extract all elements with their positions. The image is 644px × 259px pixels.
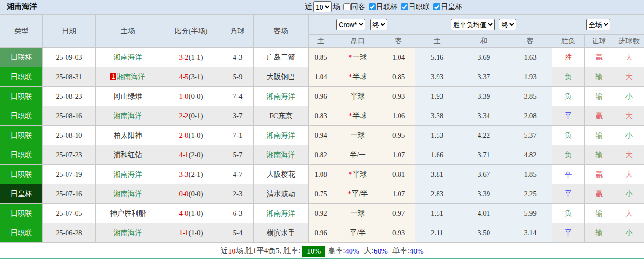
- team-name: 湘南海洋: [267, 92, 295, 100]
- corner-cell: 3-7: [222, 106, 254, 126]
- handicap-rate-value: 40%: [345, 247, 359, 256]
- avg-home-cell: 1.66: [415, 145, 459, 165]
- result-wdl-cell: 胜: [552, 48, 585, 67]
- subcol-result-wdl: 胜负: [552, 35, 585, 48]
- result-wdl-cell: 平: [552, 223, 585, 243]
- match-history-widget: 湘南海洋 近 10 场 同客 日联杯 日职联 日皇杯: [0, 0, 644, 259]
- away-team-cell: 清水鼓动: [254, 184, 309, 204]
- result-wdl-cell: 负: [552, 67, 585, 87]
- half-time-score: (1-0): [189, 209, 203, 217]
- full-time-score: 1-0: [179, 92, 189, 100]
- bookmaker-select[interactable]: Crow*: [336, 19, 365, 30]
- match-date: 25-06-28: [43, 223, 96, 243]
- match-date: 25-07-23: [43, 145, 96, 165]
- table-row: 日职联25-06-28湘南海洋1-1(1-0)5-4横滨水手0.96平/半0.9…: [0, 223, 644, 243]
- team-name: 横滨水手: [267, 229, 295, 237]
- avg-home-cell: 5.16: [415, 48, 459, 67]
- result-goals-cell: 大: [614, 204, 644, 223]
- filter-checkbox-jleague-cup[interactable]: [369, 3, 376, 10]
- home-team-cell: 柏太阳神: [96, 126, 160, 145]
- avg-draw-cell: 3.37: [459, 67, 508, 87]
- corner-cell: 5-7: [222, 145, 254, 165]
- col-header-date: 日期: [43, 15, 96, 48]
- result-handicap-cell: 输: [585, 67, 614, 87]
- result-handicap-cell: 赢: [585, 106, 614, 126]
- avg-draw-cell: 3.34: [459, 106, 508, 126]
- avg-away-cell: 5.37: [508, 126, 552, 145]
- avg-away-cell: 3.14: [508, 223, 552, 243]
- odds-home-cell: 0.83: [309, 106, 333, 126]
- filter-controls: 近 10 场 同客 日联杯 日职联 日皇杯: [305, 1, 462, 12]
- avg-draw-cell: 3.67: [459, 165, 508, 184]
- team-name: 湘南海洋: [114, 112, 142, 120]
- score-cell: 4-0(1-0): [160, 204, 222, 223]
- avg-home-cell: 1.51: [415, 204, 459, 223]
- handicap-cell: 半球: [333, 87, 382, 106]
- avg-type-select[interactable]: 胜平负均值: [451, 19, 495, 30]
- filter-checkbox-j1[interactable]: [401, 3, 408, 10]
- score-cell: 3-3(2-1): [160, 165, 222, 184]
- summary-prefix: 近: [220, 246, 228, 256]
- result-handicap-cell: 赢: [585, 165, 614, 184]
- half-time-score: (0-0): [189, 190, 203, 198]
- team-name: 湘南海洋: [267, 151, 295, 159]
- avg-draw-cell: 3.39: [459, 87, 508, 106]
- team-name: 大阪钢巴: [267, 73, 295, 80]
- team-name: 大阪樱花: [267, 170, 295, 178]
- handicap-cell: 平/半: [333, 223, 382, 243]
- table-row: 日职联25-08-23冈山绿雉1-0(0-0)7-4湘南海洋0.96半球0.93…: [0, 87, 644, 106]
- result-handicap-cell: 输: [585, 223, 614, 243]
- match-type-badge: 日皇杯: [0, 184, 43, 204]
- summary-mid: 场,胜1平4负5, 胜率:: [235, 246, 300, 256]
- big-rate-value: 60%: [373, 247, 387, 256]
- avg-time-select[interactable]: 终: [499, 19, 516, 30]
- avg-away-cell: 1.93: [508, 67, 552, 87]
- same-opponent-checkbox[interactable]: [343, 3, 351, 10]
- full-time-score: 1-1: [179, 229, 189, 237]
- filter-label-j1: 日职联: [409, 2, 430, 11]
- avg-home-cell: 3.93: [415, 67, 459, 87]
- result-goals-cell: 小: [614, 87, 644, 106]
- odds-time-select[interactable]: 终: [370, 19, 387, 30]
- team-name: 湘南海洋: [114, 53, 142, 61]
- matches-label: 场: [333, 2, 340, 11]
- home-team-cell: 浦和红钻: [96, 145, 160, 165]
- home-team-cell: 神户胜利船: [96, 204, 160, 223]
- avg-away-cell: 5.99: [508, 204, 552, 223]
- odds-header-cell: Crow* 终: [309, 15, 415, 35]
- result-goals-cell: 大: [614, 145, 644, 165]
- result-wdl-cell: 平: [552, 184, 585, 204]
- filter-label-jleague-cup: 日联杯: [376, 2, 398, 11]
- subcol-result-handicap: 让球: [585, 35, 614, 48]
- away-team-cell: 湘南海洋: [254, 87, 309, 106]
- subcol-handicap: 盘口: [333, 35, 382, 48]
- subcol-avg-draw: 和: [459, 35, 508, 48]
- result-handicap-cell: 赢: [585, 48, 614, 67]
- score-cell: 1-0(0-0): [160, 87, 222, 106]
- away-team-cell: 大阪钢巴: [254, 67, 309, 87]
- odds-away-cell: 1.07: [382, 184, 415, 204]
- col-header-home: 主场: [96, 15, 160, 48]
- star-mark: *: [349, 112, 352, 120]
- corner-cell: 6-3: [222, 204, 254, 223]
- avg-away-cell: 2.08: [508, 106, 552, 126]
- score-cell: 2-0(1-0): [160, 126, 222, 145]
- scope-select[interactable]: 全场: [586, 19, 610, 30]
- recent-count-select[interactable]: 10: [313, 1, 332, 12]
- avg-draw-cell: 3.50: [459, 223, 508, 243]
- odds-home-cell: 0.85: [309, 48, 333, 67]
- score-cell: 2-2(0-1): [160, 106, 222, 126]
- filter-label-emperor-cup: 日皇杯: [441, 2, 462, 11]
- table-row: 日联杯25-09-03湘南海洋3-2(1-1)4-3广岛三箭0.85*一球1.0…: [0, 48, 644, 67]
- half-time-score: (1-1): [189, 53, 203, 61]
- odds-home-cell: 1.08: [309, 165, 333, 184]
- match-date: 25-09-03: [43, 48, 96, 67]
- handicap-cell: *半球: [333, 67, 382, 87]
- match-type-badge: 日职联: [0, 67, 43, 87]
- half-time-score: (2-1): [189, 170, 203, 178]
- corner-cell: 5-4: [222, 223, 254, 243]
- score-cell: 0-0(0-0): [160, 184, 222, 204]
- star-mark: *: [349, 73, 352, 80]
- filter-checkbox-emperor-cup[interactable]: [433, 3, 440, 10]
- team-name: 湘南海洋: [114, 190, 142, 198]
